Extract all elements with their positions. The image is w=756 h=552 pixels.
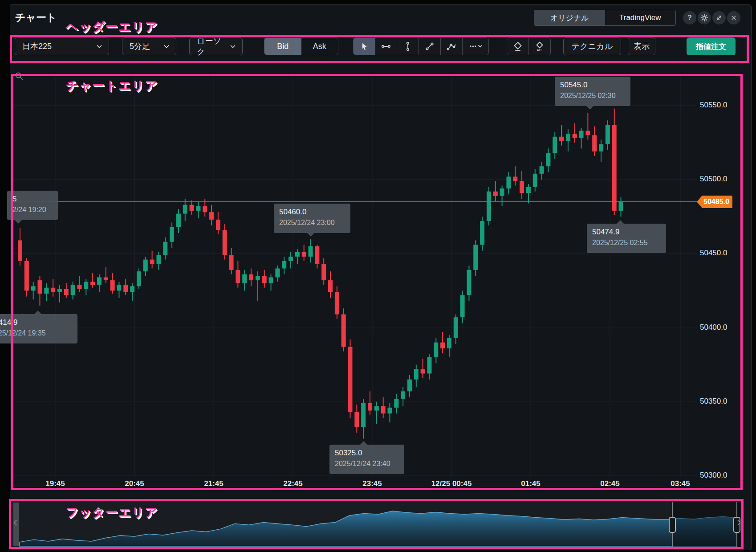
tooltip-datetime: 2025/12/24 19:35 xyxy=(0,329,72,337)
eraser-button[interactable] xyxy=(507,38,528,55)
help-icon: ? xyxy=(687,14,692,22)
display-button[interactable]: 表示 xyxy=(628,37,655,55)
time-axis-label: 20:45 xyxy=(110,479,159,488)
settings-icon xyxy=(700,13,709,22)
search-icon[interactable] xyxy=(14,71,24,83)
tooltip-datetime: 2/24 19:20 xyxy=(12,206,53,214)
interval-select[interactable]: 5分足 xyxy=(122,37,176,55)
time-axis-label: 19:45 xyxy=(31,479,80,488)
tooltip-pointer xyxy=(586,106,594,110)
vertical-line-icon xyxy=(403,41,412,51)
tooltip-price: 5 xyxy=(12,195,53,204)
tooltip-pointer xyxy=(307,233,315,237)
interval-select-value: 5分足 xyxy=(130,41,150,52)
horizontal-line-icon xyxy=(381,42,391,51)
chart-type-select[interactable]: ローソク xyxy=(189,37,243,55)
tooltip-price: 50414.9 xyxy=(0,318,72,327)
bid-ask-toggle: Bid Ask xyxy=(264,37,338,55)
price-axis-label: 50400.0 xyxy=(700,323,727,332)
more-tools-icon xyxy=(468,42,483,51)
eraser-all-icon: ALL xyxy=(535,41,545,52)
tooltip-price: 50545.0 xyxy=(560,81,625,90)
trend-line-tool-button[interactable] xyxy=(419,38,440,55)
tooltip-datetime: 2025/12/24 23:40 xyxy=(335,460,399,468)
price-tooltip: 52/24 19:20 xyxy=(7,191,58,220)
page-title: チャート xyxy=(15,11,57,25)
tooltip-pointer xyxy=(34,311,42,315)
chevron-down-icon xyxy=(95,42,103,50)
chart-mode-tabs: オリジナル TradingView xyxy=(534,10,676,26)
eraser-icon xyxy=(513,41,523,52)
price-tooltip: 50325.02025/12/24 23:40 xyxy=(329,445,404,474)
chevron-down-icon xyxy=(163,42,171,50)
more-tools-tool-button[interactable] xyxy=(462,38,488,55)
price-tooltip: 50414.92025/12/24 19:35 xyxy=(0,314,77,343)
limit-order-button[interactable]: 指値注文 xyxy=(687,37,736,55)
tooltip-datetime: 2025/12/24 23:00 xyxy=(279,219,345,227)
tooltip-price: 50474.9 xyxy=(592,228,661,237)
expand-icon xyxy=(715,14,723,22)
help-button[interactable]: ? xyxy=(683,11,696,25)
technical-button[interactable]: テクニカル xyxy=(563,37,621,55)
chevron-left-icon[interactable] xyxy=(12,519,20,528)
eraser-all-button[interactable]: ALL xyxy=(528,38,550,55)
multi-line-tool-button[interactable] xyxy=(440,38,462,55)
price-axis-label: 50300.0 xyxy=(700,471,727,480)
price-axis-label: 50350.0 xyxy=(700,397,727,406)
tooltip-pointer xyxy=(14,220,22,224)
cursor-icon xyxy=(360,42,369,51)
eraser-tools: ALL xyxy=(507,37,551,55)
time-axis-label: 21:45 xyxy=(189,479,238,488)
cursor-tool-button[interactable] xyxy=(354,38,375,55)
vertical-line-tool-button[interactable] xyxy=(397,38,419,55)
price-tooltip: 50474.92025/12/25 02:55 xyxy=(587,224,666,253)
tooltip-price: 50325.0 xyxy=(335,449,399,458)
chart-type-select-value: ローソク xyxy=(197,36,229,57)
tooltip-pointer xyxy=(616,220,624,224)
bid-button[interactable]: Bid xyxy=(264,38,301,55)
multi-line-icon xyxy=(447,42,456,51)
close-icon xyxy=(730,14,737,21)
time-axis-label: 12/25 00:45 xyxy=(427,479,476,488)
current-price-tag: 50485.0 xyxy=(697,196,732,208)
navigator-handle-left[interactable] xyxy=(669,516,676,533)
svg-text:ALL: ALL xyxy=(537,49,543,52)
tooltip-price: 50460.0 xyxy=(279,208,345,217)
chevron-down-icon xyxy=(229,42,237,50)
drawing-tools xyxy=(353,37,489,55)
tooltip-pointer xyxy=(360,441,368,445)
time-axis-label: 02:45 xyxy=(585,479,634,488)
price-axis-label: 50550.0 xyxy=(700,101,727,110)
tooltip-datetime: 2025/12/25 02:55 xyxy=(592,239,661,247)
time-axis-label: 01:45 xyxy=(506,479,555,488)
price-axis-label: 50500.0 xyxy=(700,175,727,184)
tab-original[interactable]: オリジナル xyxy=(534,10,605,25)
symbol-select-value: 日本225 xyxy=(22,41,52,52)
chart-application: チャート オリジナル TradingView ? 日本225 5分足 ローソク … xyxy=(0,0,756,552)
price-tooltip: 50460.02025/12/24 23:00 xyxy=(274,204,350,233)
close-button[interactable] xyxy=(727,11,740,25)
navigator-handle-right[interactable] xyxy=(733,516,740,533)
time-axis-label: 03:45 xyxy=(656,479,705,488)
horizontal-line-tool-button[interactable] xyxy=(375,38,397,55)
expand-button[interactable] xyxy=(712,11,726,25)
trend-line-icon xyxy=(425,42,434,51)
settings-button[interactable] xyxy=(698,11,711,25)
symbol-select[interactable]: 日本225 xyxy=(15,37,109,55)
tab-tradingview[interactable]: TradingView xyxy=(605,10,676,25)
price-axis-label: 50450.0 xyxy=(700,249,727,258)
navigator-background xyxy=(11,502,741,547)
price-tooltip: 50545.02025/12/25 02:30 xyxy=(555,77,630,106)
time-axis-label: 23:45 xyxy=(348,479,397,488)
tooltip-datetime: 2025/12/25 02:30 xyxy=(560,92,625,100)
ask-button[interactable]: Ask xyxy=(301,38,338,55)
time-axis-label: 22:45 xyxy=(268,479,317,488)
